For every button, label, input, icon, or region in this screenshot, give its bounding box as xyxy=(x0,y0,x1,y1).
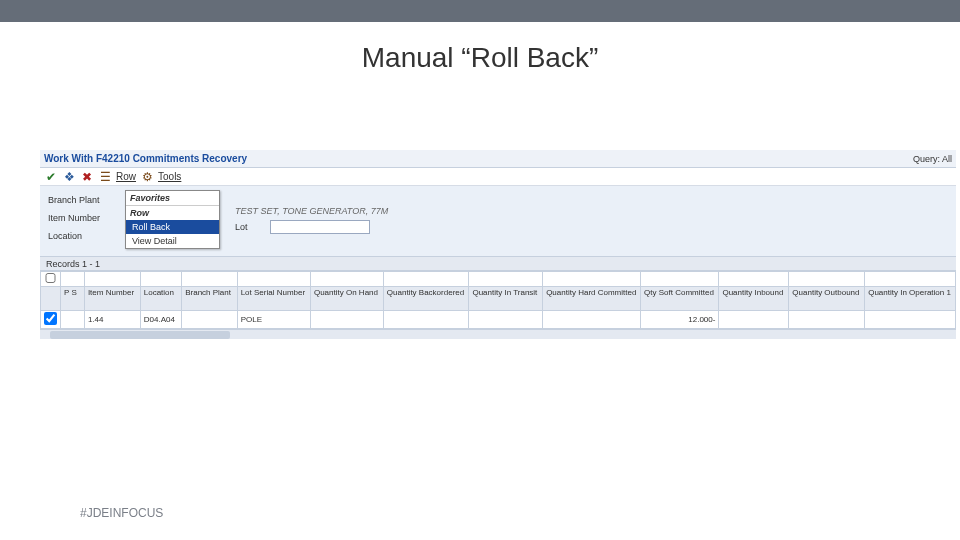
cell-qty-on-hand xyxy=(310,311,383,329)
table-row[interactable]: 1.44 D04.A04 POLE 12.000- xyxy=(41,311,956,329)
query-label[interactable]: Query: All xyxy=(913,154,952,164)
col-item-number[interactable]: Item Number xyxy=(84,287,140,311)
col-qty-in-transit[interactable]: Quantity In Transit xyxy=(469,287,543,311)
filter-location[interactable] xyxy=(144,274,178,284)
horizontal-scrollbar[interactable] xyxy=(40,329,956,339)
filter-row xyxy=(41,272,956,287)
form-area: Branch Plant Item Number Location Favori… xyxy=(40,186,956,257)
cell-item-number: 1.44 xyxy=(84,311,140,329)
records-count-bar: Records 1 - 1 xyxy=(40,257,956,271)
filter-ps[interactable] xyxy=(64,274,81,284)
item-number-label: Item Number xyxy=(48,213,118,223)
slide-title: Manual “Roll Back” xyxy=(0,42,960,74)
cell-qty-inbound xyxy=(719,311,789,329)
records-count: Records 1 - 1 xyxy=(46,259,100,269)
toolbar: ✔ ❖ ✖ ☰ Row ⚙ Tools xyxy=(40,168,956,186)
filter-branch-plant[interactable] xyxy=(185,274,233,284)
data-grid: P S Item Number Location Branch Plant Lo… xyxy=(40,271,956,339)
filter-qty-hard-committed[interactable] xyxy=(546,274,637,284)
tools-icon[interactable]: ⚙ xyxy=(140,170,154,184)
col-qty-soft-committed[interactable]: Qty Soft Committed xyxy=(641,287,719,311)
col-qty-in-op1[interactable]: Quantity In Operation 1 xyxy=(865,287,956,311)
filter-qty-outbound[interactable] xyxy=(792,274,861,284)
location-label: Location xyxy=(48,231,118,241)
col-ps[interactable]: P S xyxy=(61,287,85,311)
filter-qty-soft-committed[interactable] xyxy=(644,274,715,284)
dropdown-favorites-header: Favorites xyxy=(126,191,219,206)
col-qty-hard-committed[interactable]: Quantity Hard Committed xyxy=(543,287,641,311)
filter-qty-in-transit[interactable] xyxy=(472,274,539,284)
app-panel: Work With F42210 Commitments Recovery Qu… xyxy=(40,150,956,339)
filter-lot-serial[interactable] xyxy=(241,274,307,284)
col-qty-outbound[interactable]: Quantity Outbound xyxy=(789,287,865,311)
ok-icon[interactable]: ✔ xyxy=(44,170,58,184)
select-all-checkbox[interactable] xyxy=(44,273,57,283)
col-qty-on-hand[interactable]: Quantity On Hand xyxy=(310,287,383,311)
app-title: Work With F42210 Commitments Recovery xyxy=(44,153,247,164)
dropdown-row-section: Row xyxy=(126,206,219,220)
cell-qty-soft-committed: 12.000- xyxy=(641,311,719,329)
app-header: Work With F42210 Commitments Recovery Qu… xyxy=(40,150,956,168)
slide-top-bar xyxy=(0,0,960,22)
filter-qty-in-op1[interactable] xyxy=(868,274,952,284)
lot-label: Lot xyxy=(235,222,248,232)
col-location[interactable]: Location xyxy=(140,287,181,311)
row-dropdown-menu[interactable]: Favorites Row Roll Back View Detail xyxy=(125,190,220,249)
lot-input[interactable] xyxy=(270,220,370,234)
branch-plant-label: Branch Plant xyxy=(48,195,118,205)
cell-qty-outbound xyxy=(789,311,865,329)
col-qty-backordered[interactable]: Quantity Backordered xyxy=(383,287,469,311)
col-lot-serial[interactable]: Lot Serial Number xyxy=(237,287,310,311)
col-checkbox xyxy=(41,287,61,311)
cell-qty-in-op1 xyxy=(865,311,956,329)
filter-qty-on-hand[interactable] xyxy=(314,274,380,284)
tools-menu-button[interactable]: Tools xyxy=(158,171,181,182)
filter-qty-backordered[interactable] xyxy=(387,274,466,284)
dropdown-item-roll-back[interactable]: Roll Back xyxy=(126,220,219,234)
dropdown-item-view-detail[interactable]: View Detail xyxy=(126,234,219,248)
slide-footer: #JDEINFOCUS xyxy=(80,506,163,520)
cell-qty-in-transit xyxy=(469,311,543,329)
cell-qty-backordered xyxy=(383,311,469,329)
row-checkbox[interactable] xyxy=(44,312,57,325)
filter-qty-inbound[interactable] xyxy=(722,274,785,284)
cell-branch-plant xyxy=(182,311,237,329)
cell-location: D04.A04 xyxy=(140,311,181,329)
row-menu-button[interactable]: Row xyxy=(116,171,136,182)
scrollbar-thumb[interactable] xyxy=(50,331,230,339)
cell-qty-hard-committed xyxy=(543,311,641,329)
find-icon[interactable]: ❖ xyxy=(62,170,76,184)
col-branch-plant[interactable]: Branch Plant xyxy=(182,287,237,311)
cell-lot-serial: POLE xyxy=(237,311,310,329)
cell-ps xyxy=(61,311,85,329)
row-icon[interactable]: ☰ xyxy=(98,170,112,184)
header-row: P S Item Number Location Branch Plant Lo… xyxy=(41,287,956,311)
item-description: TEST SET, TONE GENERATOR, 77M xyxy=(235,206,388,216)
col-qty-inbound[interactable]: Quantity Inbound xyxy=(719,287,789,311)
filter-item-number[interactable] xyxy=(88,274,137,284)
close-icon[interactable]: ✖ xyxy=(80,170,94,184)
